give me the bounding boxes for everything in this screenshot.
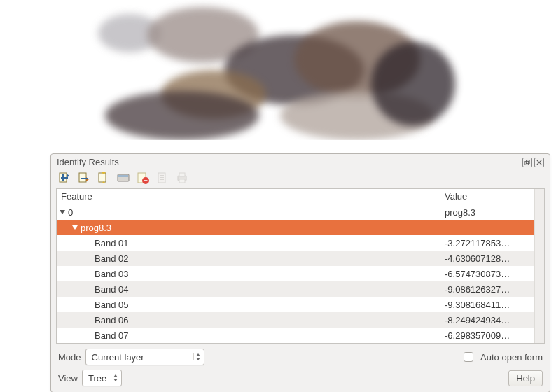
map-canvas[interactable] (0, 0, 556, 140)
